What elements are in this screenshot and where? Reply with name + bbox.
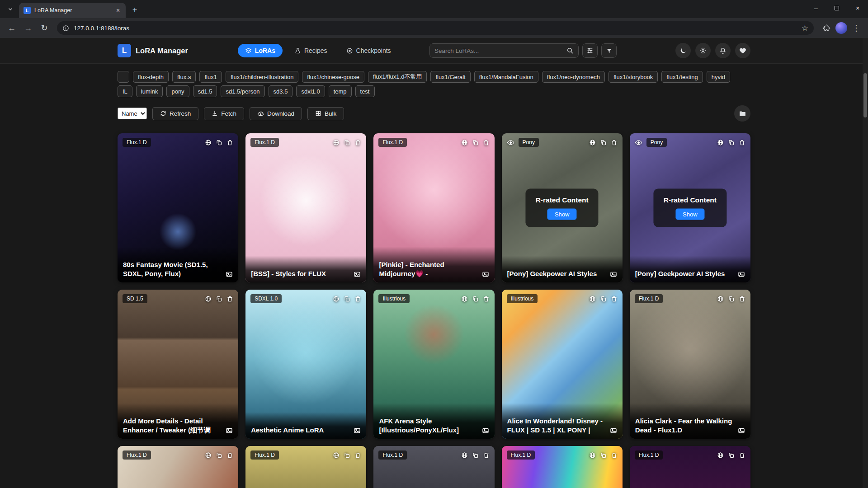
preview-image-icon[interactable] <box>354 271 361 278</box>
trash-icon[interactable] <box>354 139 361 146</box>
copy-icon[interactable] <box>472 139 479 146</box>
lora-card[interactable]: Pony R-rated Content Show [Pony] Geekpow… <box>502 133 623 282</box>
folder-chip[interactable]: flux1 <box>199 71 222 83</box>
profile-avatar[interactable] <box>835 22 847 34</box>
notifications-button[interactable] <box>715 43 731 58</box>
trash-icon[interactable] <box>483 296 490 302</box>
preview-image-icon[interactable] <box>610 427 617 434</box>
trash-icon[interactable] <box>739 452 745 459</box>
civitai-globe-icon[interactable] <box>333 139 340 146</box>
trash-icon[interactable] <box>611 139 618 146</box>
new-tab-button[interactable]: + <box>128 4 141 16</box>
folder-chip[interactable]: flux1/storybook <box>609 71 658 83</box>
folder-chip[interactable] <box>118 71 129 83</box>
copy-icon[interactable] <box>600 296 607 302</box>
fetch-button[interactable]: Fetch <box>204 107 244 120</box>
trash-icon[interactable] <box>611 296 618 302</box>
lora-card[interactable]: Flux.1 D <box>373 446 494 488</box>
copy-icon[interactable] <box>600 139 607 146</box>
preview-image-icon[interactable] <box>354 427 361 434</box>
trash-icon[interactable] <box>483 139 490 146</box>
civitai-globe-icon[interactable] <box>589 296 596 302</box>
lora-card[interactable]: Pony R-rated Content Show [Pony] Geekpow… <box>630 133 750 282</box>
copy-icon[interactable] <box>728 296 735 302</box>
trash-icon[interactable] <box>354 452 361 459</box>
lora-card[interactable]: Flux.1 D <box>502 446 623 488</box>
show-nsfw-button[interactable]: Show <box>675 209 705 220</box>
lora-card[interactable]: Flux.1 D <box>245 446 366 488</box>
lora-card[interactable]: SDXL 1.0 Aesthetic Anime LoRA <box>245 290 366 439</box>
tab-loras[interactable]: LoRAs <box>238 44 283 57</box>
civitai-globe-icon[interactable] <box>589 452 596 459</box>
window-close-button[interactable]: × <box>847 0 868 16</box>
tab-search-button[interactable] <box>4 2 17 16</box>
civitai-globe-icon[interactable] <box>717 452 724 459</box>
back-button[interactable]: ← <box>5 21 19 35</box>
address-bar[interactable]: 127.0.0.1:8188/loras ☆ <box>57 21 814 35</box>
copy-icon[interactable] <box>344 452 350 459</box>
folder-chip[interactable]: pony <box>166 85 189 97</box>
browser-menu-icon[interactable]: ⋮ <box>849 21 863 35</box>
folder-chip[interactable]: IL <box>118 85 132 97</box>
civitai-globe-icon[interactable] <box>717 139 724 146</box>
nsfw-eye-icon[interactable] <box>635 139 642 146</box>
copy-icon[interactable] <box>344 296 350 302</box>
forward-button[interactable]: → <box>21 21 35 35</box>
copy-icon[interactable] <box>216 296 222 302</box>
url-text[interactable]: 127.0.0.1:8188/loras <box>74 25 797 32</box>
trash-icon[interactable] <box>226 452 233 459</box>
preview-image-icon[interactable] <box>482 427 489 434</box>
tab-recipes[interactable]: Recipes <box>287 44 335 57</box>
show-nsfw-button[interactable]: Show <box>547 209 577 220</box>
civitai-globe-icon[interactable] <box>205 139 212 146</box>
copy-icon[interactable] <box>216 452 222 459</box>
folder-chip[interactable]: temp <box>329 85 352 97</box>
search-icon[interactable] <box>566 47 574 54</box>
trash-icon[interactable] <box>226 139 233 146</box>
bulk-button[interactable]: Bulk <box>307 107 344 120</box>
window-minimize-button[interactable]: – <box>806 0 826 16</box>
civitai-globe-icon[interactable] <box>461 139 468 146</box>
folder-chip[interactable]: flux1/flux1.d不常用 <box>368 71 427 83</box>
folder-chip[interactable]: lumink <box>136 85 163 97</box>
folder-chip[interactable]: sdxl1.0 <box>296 85 325 97</box>
folder-chip[interactable]: hyvid <box>707 71 730 83</box>
trash-icon[interactable] <box>483 452 490 459</box>
page-scrollbar[interactable] <box>863 38 868 488</box>
copy-icon[interactable] <box>728 452 735 459</box>
scrollbar-thumb[interactable] <box>863 73 867 117</box>
sort-options-button[interactable] <box>582 43 598 58</box>
tab-checkpoints[interactable]: Checkpoints <box>339 44 398 57</box>
download-button[interactable]: Download <box>250 107 302 120</box>
civitai-globe-icon[interactable] <box>717 296 724 302</box>
preview-image-icon[interactable] <box>226 427 233 434</box>
copy-icon[interactable] <box>728 139 735 146</box>
refresh-button[interactable]: Refresh <box>152 107 198 120</box>
extensions-icon[interactable] <box>819 21 834 35</box>
folder-chip[interactable]: flux1/chinese-goose <box>302 71 364 83</box>
lora-card[interactable]: SD 1.5 Add More Details - Detail Enhance… <box>118 290 238 439</box>
lora-card[interactable]: Flux.1 D <box>630 446 750 488</box>
folder-chip[interactable]: flux1/MandalaFusion <box>474 71 538 83</box>
lora-card[interactable]: Flux.1 D [Pinkie] - Enchanted Midjourney… <box>373 133 494 282</box>
nsfw-eye-icon[interactable] <box>507 139 514 146</box>
reload-button[interactable]: ↻ <box>37 21 52 35</box>
preview-image-icon[interactable] <box>482 271 489 278</box>
open-folder-button[interactable] <box>734 105 750 122</box>
civitai-globe-icon[interactable] <box>589 139 596 146</box>
folder-chip[interactable]: flux1/testing <box>661 71 703 83</box>
site-info-icon[interactable] <box>62 25 69 32</box>
trash-icon[interactable] <box>611 452 618 459</box>
preview-image-icon[interactable] <box>738 427 745 434</box>
lora-card[interactable]: Flux.1 D <box>118 446 238 488</box>
folder-chip[interactable]: test <box>355 85 375 97</box>
sort-select[interactable]: Name <box>118 108 147 119</box>
folder-chip[interactable]: flux1/Geralt <box>430 71 470 83</box>
lora-card[interactable]: Illustrious AFK Arena Style [Illustrious… <box>373 290 494 439</box>
copy-icon[interactable] <box>600 452 607 459</box>
lora-card[interactable]: Flux.1 D [BSS] - Styles for FLUX <box>245 133 366 282</box>
folder-chip[interactable]: sd1.5/person <box>221 85 264 97</box>
lora-card[interactable]: Flux.1 D Alicia Clark - Fear the Walking… <box>630 290 750 439</box>
settings-button[interactable] <box>695 43 711 58</box>
copy-icon[interactable] <box>472 296 479 302</box>
